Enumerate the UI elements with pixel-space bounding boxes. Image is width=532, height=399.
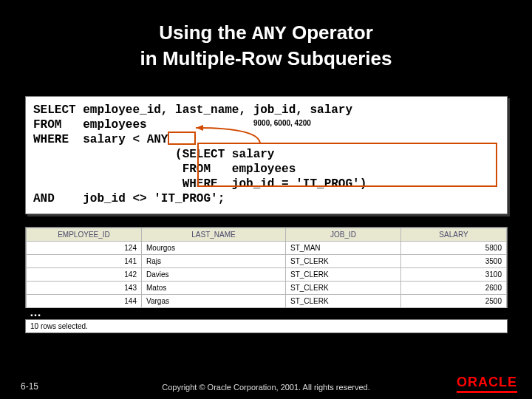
table-row: 143 Matos ST_CLERK 2600 [27,282,507,295]
sql-code-box: SELECT employee_id, last_name, job_id, s… [25,96,508,214]
sql-code: SELECT employee_id, last_name, job_id, s… [33,103,499,206]
oracle-logo: ORACLE [457,375,517,393]
table-row: 124 Mourgos ST_MAN 5800 [27,242,507,255]
result-status: 10 rows selected. [25,319,508,333]
result-grid: EMPLOYEE_ID LAST_NAME JOB_ID SALARY 124 … [25,227,508,309]
copyright-text: Copyright © Oracle Corporation, 2001. Al… [0,383,532,392]
table-row: 141 Rajs ST_CLERK 3500 [27,255,507,268]
col-salary: SALARY [401,228,507,242]
result-ellipsis: … [25,308,508,319]
slide-title: Using the ANY Operatorin Multiple-Row Su… [0,0,532,79]
oracle-logo-text: ORACLE [457,375,517,389]
col-job-id: JOB_ID [286,228,401,242]
oracle-logo-bar [457,391,517,393]
col-employee-id: EMPLOYEE_ID [27,228,142,242]
title-code: ANY [252,23,287,45]
table-row: 144 Vargas ST_CLERK 2500 [27,295,507,308]
subquery-values-note: 9000, 6000, 4200 [253,119,311,127]
col-last-name: LAST_NAME [142,228,286,242]
title-part1: Using the [159,21,252,44]
table-row: 142 Davies ST_CLERK 3100 [27,268,507,282]
result-header-row: EMPLOYEE_ID LAST_NAME JOB_ID SALARY [27,228,507,242]
slide-footer: 6-15 Copyright © Oracle Corporation, 200… [0,368,532,399]
